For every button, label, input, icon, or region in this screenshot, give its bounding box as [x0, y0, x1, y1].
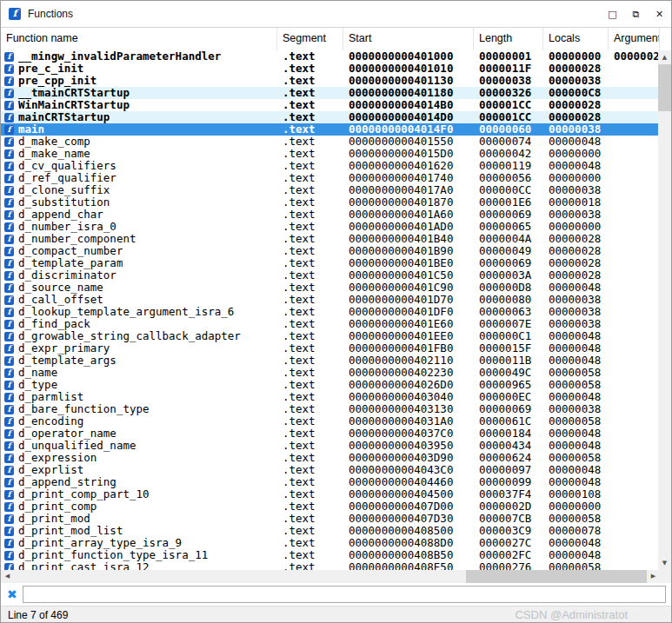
vertical-scrollbar-thumb[interactable] — [658, 64, 671, 111]
table-row[interactable]: f__tmainCRTStartup.text00000000004011800… — [1, 87, 660, 99]
function-icon: f — [4, 283, 14, 293]
function-name-cell: fd_lookup_template_argument_isra_6 — [1, 306, 277, 318]
restore-button[interactable]: ⧉ — [624, 1, 648, 27]
table-row[interactable]: fd_append_char.text0000000000401A6000000… — [1, 209, 660, 221]
table-row[interactable]: fd_expression.text0000000000403D90000006… — [1, 452, 660, 464]
table-row[interactable]: fd_expr_primary.text0000000000401FB00000… — [1, 342, 660, 355]
function-name: d_make_name — [18, 148, 90, 160]
start-cell: 0000000000403130 — [343, 403, 474, 415]
locals-cell: 00000048 — [543, 440, 609, 452]
table-row[interactable]: fd_bare_function_type.text00000000004031… — [1, 403, 660, 415]
column-header-length[interactable]: Length — [474, 28, 543, 50]
table-row[interactable]: fd_print_comp.text0000000000407D00000000… — [1, 500, 660, 513]
length-cell: 000000C1 — [474, 330, 543, 342]
table-row[interactable]: fd_unqualified_name.text0000000000403950… — [1, 440, 660, 452]
table-row[interactable]: fd_template_param.text0000000000401BE000… — [1, 257, 660, 269]
table-row[interactable]: fd_ref_qualifier.text0000000000401740000… — [1, 172, 660, 184]
column-header-arguments[interactable]: Arguments — [609, 28, 660, 50]
arguments-cell — [609, 440, 660, 452]
locals-cell: 00000028 — [543, 111, 609, 123]
table-row[interactable]: fd_encoding.text00000000004031A00000061C… — [1, 415, 660, 427]
column-header-locals[interactable]: Locals — [543, 28, 609, 50]
segment-cell: .text — [277, 537, 343, 549]
function-icon: f — [4, 563, 14, 571]
quick-filter-bar: ✖ — [1, 583, 671, 606]
table-row[interactable]: fd_print_array_type_isra_9.text000000000… — [1, 537, 660, 549]
table-row[interactable]: fd_growable_string_callback_adapter.text… — [1, 330, 660, 342]
table-row[interactable]: fd_call_offset.text0000000000401D7000000… — [1, 294, 660, 306]
table-row[interactable]: f__mingw_invalidParameterHandler.text000… — [1, 50, 660, 63]
table-row[interactable]: fd_parmlist.text0000000000403040000000EC… — [1, 391, 660, 403]
table-row[interactable]: fd_print_cast_isra_12.text0000000000408E… — [1, 561, 660, 570]
column-header-function-name[interactable]: Function name — [1, 28, 277, 50]
function-icon: f — [4, 64, 14, 74]
horizontal-scrollbar[interactable]: ◀ ▶ — [1, 570, 660, 583]
table-row[interactable]: fd_print_mod.text0000000000407D30000007C… — [1, 513, 660, 525]
table-row[interactable]: fd_make_comp.text00000000004015500000007… — [1, 136, 660, 148]
table-row[interactable]: fd_print_mod_list.text000000000040850000… — [1, 525, 660, 537]
table-row[interactable]: fd_number_component.text0000000000401B40… — [1, 233, 660, 245]
locals-cell: 00000038 — [543, 184, 609, 196]
start-cell: 00000000004031A0 — [343, 415, 474, 427]
table-row[interactable]: fd_compact_number.text0000000000401B9000… — [1, 245, 660, 257]
horizontal-scrollbar-thumb[interactable] — [466, 570, 647, 583]
table-row[interactable]: fmainCRTStartup.text00000000004014D00000… — [1, 111, 660, 123]
start-cell: 0000000000402110 — [343, 355, 474, 367]
function-name: d_unqualified_name — [18, 440, 136, 452]
length-cell: 000007CB — [474, 513, 543, 525]
length-cell: 00000099 — [474, 476, 543, 488]
column-header-start[interactable]: Start — [343, 28, 474, 50]
table-row[interactable]: fd_source_name.text0000000000401C9000000… — [1, 282, 660, 294]
scroll-down-icon[interactable]: ▼ — [658, 556, 671, 570]
table-row[interactable]: fd_make_name.text00000000004015D00000004… — [1, 148, 660, 160]
segment-cell: .text — [277, 160, 343, 172]
arguments-cell — [609, 233, 660, 245]
length-cell: 00000069 — [474, 209, 543, 221]
function-name-cell: fd_print_comp — [1, 500, 277, 513]
table-row[interactable]: fd_substitution.text00000000004018700000… — [1, 196, 660, 209]
start-cell: 00000000004043C0 — [343, 464, 474, 476]
function-name-cell: fmainCRTStartup — [1, 111, 277, 123]
scroll-up-icon[interactable]: ▲ — [658, 50, 671, 64]
table-row[interactable]: fd_clone_suffix.text00000000004017A00000… — [1, 184, 660, 196]
vertical-scrollbar[interactable]: ▲ ▼ — [658, 50, 671, 570]
table-row[interactable]: fd_exprlist.text00000000004043C000000097… — [1, 464, 660, 476]
function-name: d_expression — [18, 452, 96, 464]
table-row[interactable]: fmain.text00000000004014F000000060000000… — [1, 123, 660, 136]
scroll-left-icon[interactable]: ◀ — [1, 570, 14, 583]
filter-input[interactable] — [23, 586, 666, 603]
table-row[interactable]: fpre_c_init.text00000000004010100000011F… — [1, 63, 660, 75]
table-row[interactable]: fpre_cpp_init.text0000000000401130000000… — [1, 75, 660, 87]
segment-cell: .text — [277, 561, 343, 570]
function-name-cell: fd_discriminator — [1, 269, 277, 282]
column-header-segment[interactable]: Segment — [277, 28, 343, 50]
table-row[interactable]: fd_lookup_template_argument_isra_6.text0… — [1, 306, 660, 318]
table-row[interactable]: fd_operator_name.text00000000004037C0000… — [1, 427, 660, 440]
function-name-cell: fd_operator_name — [1, 427, 277, 440]
close-button[interactable]: ✕ — [648, 1, 671, 27]
table-row[interactable]: fd_number_isra_0.text0000000000401AD0000… — [1, 221, 660, 233]
function-name-cell: fWinMainCRTStartup — [1, 99, 277, 111]
function-icon: f — [4, 235, 14, 244]
filter-icon[interactable]: ✖ — [7, 587, 17, 601]
length-cell: 000001E6 — [474, 196, 543, 209]
function-icon: f — [4, 344, 14, 354]
function-name-cell: fpre_c_init — [1, 63, 277, 75]
segment-cell: .text — [277, 221, 343, 233]
table-row[interactable]: fd_print_function_type_isra_11.text00000… — [1, 549, 660, 561]
table-row[interactable]: fd_discriminator.text0000000000401C50000… — [1, 269, 660, 282]
table-row[interactable]: fd_find_pack.text0000000000401E600000007… — [1, 318, 660, 330]
table-row[interactable]: fd_type.text00000000004026D0000009650000… — [1, 379, 660, 391]
function-icon: f — [4, 162, 14, 171]
table-row[interactable]: fd_name.text00000000004022300000049C0000… — [1, 367, 660, 379]
table-row[interactable]: fd_cv_qualifiers.text0000000000401620000… — [1, 160, 660, 172]
maximize-button[interactable]: □ — [601, 1, 624, 27]
table-row[interactable]: fWinMainCRTStartup.text00000000004014B00… — [1, 99, 660, 111]
table-row[interactable]: fd_print_comp_part_10.text00000000004045… — [1, 488, 660, 500]
start-cell: 0000000000401E60 — [343, 318, 474, 330]
function-name-cell: fd_append_char — [1, 209, 277, 221]
length-cell: 00000001 — [474, 50, 543, 63]
arguments-cell — [609, 561, 660, 570]
table-row[interactable]: fd_append_string.text0000000000404460000… — [1, 476, 660, 488]
table-row[interactable]: fd_template_args.text0000000000402110000… — [1, 355, 660, 367]
